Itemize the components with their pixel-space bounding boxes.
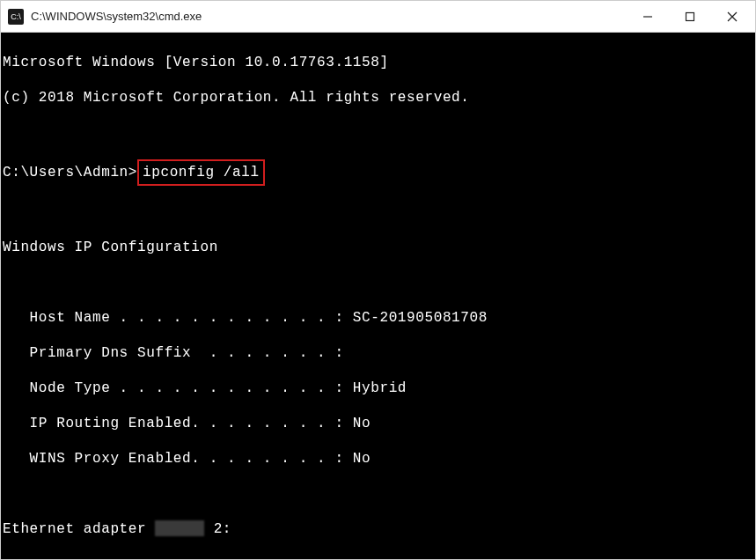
command-highlight: ipconfig /all (137, 159, 265, 186)
node-type-line: Node Type . . . . . . . . . . . . : Hybr… (3, 379, 753, 397)
terminal-output[interactable]: Microsoft Windows [Version 10.0.17763.11… (1, 33, 755, 559)
blank-line (3, 124, 753, 142)
window-title: C:\WINDOWS\system32\cmd.exe (31, 10, 627, 23)
title-bar[interactable]: C:\ C:\WINDOWS\system32\cmd.exe (1, 1, 755, 33)
redacted-adapter-name (155, 520, 204, 536)
ip-config-header: Windows IP Configuration (3, 239, 753, 256)
command-text: ipconfig /all (143, 165, 260, 181)
adapter-header: Ethernet adapter 2: (3, 520, 753, 538)
window-controls (627, 2, 753, 32)
banner-copyright: (c) 2018 Microsoft Corporation. All righ… (3, 89, 753, 107)
blank-line (3, 274, 753, 291)
cmd-window: C:\ C:\WINDOWS\system32\cmd.exe Microsof… (0, 0, 756, 560)
close-button[interactable] (711, 2, 753, 32)
cmd-icon: C:\ (8, 9, 24, 25)
primary-dns-suffix-line: Primary Dns Suffix . . . . . . . : (3, 344, 753, 362)
blank-line (3, 203, 753, 221)
wins-proxy-line: WINS Proxy Enabled. . . . . . . . : No (3, 450, 753, 468)
prompt-path: C:\Users\Admin> (3, 165, 137, 181)
banner-version: Microsoft Windows [Version 10.0.17763.11… (3, 54, 753, 71)
maximize-button[interactable] (669, 2, 711, 32)
prompt-line: C:\Users\Admin>ipconfig /all (3, 159, 753, 186)
minimize-button[interactable] (627, 2, 669, 32)
adapter-header-suffix: 2: (204, 521, 231, 537)
adapter-header-prefix: Ethernet adapter (3, 521, 155, 537)
ip-routing-line: IP Routing Enabled. . . . . . . . : No (3, 415, 753, 432)
blank-line (3, 556, 753, 559)
svg-rect-1 (686, 12, 694, 20)
blank-line (3, 485, 753, 503)
host-name-line: Host Name . . . . . . . . . . . . : SC-2… (3, 309, 753, 327)
